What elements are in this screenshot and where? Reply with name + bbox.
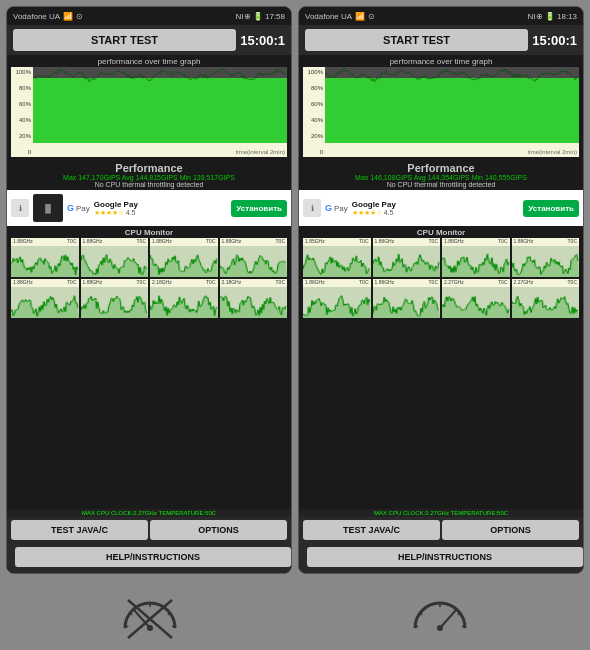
cpu-monitor-1: CPU Monitor 1.88GHz T0C 1.88GHz T0C: [7, 226, 291, 509]
header-2: START TEST 15:00:1: [299, 25, 583, 55]
options-button-1[interactable]: OPTIONS: [150, 520, 287, 540]
cpu-cell-1: 1.86GHz T0C: [373, 238, 441, 277]
carrier-text-1: Vodafone UA: [13, 12, 60, 21]
status-carrier-2: Vodafone UA 📶 ⊙: [305, 12, 375, 21]
cpu-cell-4: 1.88GHz T0C: [11, 279, 79, 318]
cpu-grid-1: 1.88GHz T0C 1.88GHz T0C 1.88GHz T0C: [11, 238, 287, 318]
cpu-cell-label-0: 1.85GHz T0C: [303, 238, 371, 244]
time-label-1: time(interval 2min): [236, 149, 285, 155]
cpu-cell-label-3: 1.88GHz T0C: [512, 238, 580, 244]
cpu-graph-2: [442, 246, 510, 277]
options-button-2[interactable]: OPTIONS: [442, 520, 579, 540]
help-button-2[interactable]: HELP/INSTRUCTIONS: [307, 547, 583, 567]
cpu-cell-label-3: 1.88GHz T0C: [220, 238, 288, 244]
start-test-button-1[interactable]: START TEST: [13, 29, 236, 51]
cpu-grid-2: 1.85GHz T0C 1.86GHz T0C 1.88GHz T0C: [303, 238, 579, 318]
crossed-speedometer-icon: [120, 590, 180, 640]
cpu-graph-1: [81, 246, 149, 277]
wifi-icon-2: ⊙: [368, 12, 375, 21]
perf-text-1: Performance Max 147,170GIPS Avg 144,815G…: [7, 160, 291, 190]
help-row-1: HELP/INSTRUCTIONS: [7, 543, 291, 573]
cpu-graph-4: [11, 287, 79, 318]
bottom-icons-row: [0, 580, 590, 650]
cpu-cell-label-1: 1.86GHz T0C: [373, 238, 441, 244]
status-bar-1: Vodafone UA 📶 ⊙ NI⊕ 🔋 17:58: [7, 7, 291, 25]
status-carrier-1: Vodafone UA 📶 ⊙: [13, 12, 83, 21]
install-button-1[interactable]: Установить: [231, 200, 287, 217]
test-java-button-1[interactable]: TEST JAVA/C: [11, 520, 148, 540]
cpu-cell-label-2: 1.88GHz T0C: [442, 238, 510, 244]
cpu-cell-label-2: 1.88GHz T0C: [150, 238, 218, 244]
perf-graph-label-1: performance over time graph: [11, 57, 287, 66]
perf-text-2: Performance Max 146,108GIPS Avg 144,354G…: [299, 160, 583, 190]
time-label-2: time(interval 2min): [528, 149, 577, 155]
cpu-cell-label-1: 1.88GHz T0C: [81, 238, 149, 244]
cpu-cell-2: 1.88GHz T0C: [442, 238, 510, 277]
cpu-cell-label-5: 1.86GHz T0C: [373, 279, 441, 285]
cpu-graph-0: [11, 246, 79, 277]
cpu-cell-0: 1.88GHz T0C: [11, 238, 79, 277]
perf-graph-1: 100% 80% 60% 40% 20% 0 time(interval 2mi…: [11, 67, 287, 157]
ad-gpay-logo-1: G Pay: [67, 203, 90, 213]
cpu-graph-0: [303, 246, 371, 277]
start-test-button-2[interactable]: START TEST: [305, 29, 528, 51]
cpu-info-bar-1: MAX CPU CLOCK:2.27GHz TEMPERATURE:50C: [7, 509, 291, 517]
ad-banner-1[interactable]: ℹ ▐▌ G Pay Google Pay ★★★★☆ 4.5 Установи…: [7, 190, 291, 226]
status-right-1: NI⊕ 🔋 17:58: [236, 12, 285, 21]
cpu-cell-label-4: 1.88GHz T0C: [11, 279, 79, 285]
wifi-icon-1: ⊙: [76, 12, 83, 21]
cpu-cell-label-7: 2.27GHz T0C: [512, 279, 580, 285]
cpu-cell-3: 1.88GHz T0C: [512, 238, 580, 277]
ad-info-icon-2: ℹ: [303, 199, 321, 217]
cpu-graph-2: [150, 246, 218, 277]
install-button-2[interactable]: Установить: [523, 200, 579, 217]
status-icons-2: NI⊕ 🔋 18:13: [528, 12, 577, 21]
cpu-monitor-2: CPU Monitor 1.85GHz T0C 1.86GHz T0C: [299, 226, 583, 509]
status-bar-2: Vodafone UA 📶 ⊙ NI⊕ 🔋 18:13: [299, 7, 583, 25]
wave-canvas-1: [33, 67, 287, 143]
cpu-graph-5: [81, 287, 149, 318]
cpu-info-bar-2: MAX CPU CLOCK:2.27GHz TEMPERATURE:50C: [299, 509, 583, 517]
test-java-button-2[interactable]: TEST JAVA/C: [303, 520, 440, 540]
cpu-cell-label-7: 2.18GHz T0C: [220, 279, 288, 285]
status-icons-1: NI⊕ 🔋 17:58: [236, 12, 285, 21]
perf-graph-label-2: performance over time graph: [303, 57, 579, 66]
cpu-cell-7: 2.27GHz T0C: [512, 279, 580, 318]
help-row-2: HELP/INSTRUCTIONS: [299, 543, 583, 573]
ad-text-2: Google Pay ★★★★☆ 4.5: [352, 200, 520, 217]
cpu-cell-7: 2.18GHz T0C: [220, 279, 288, 318]
cpu-info-text-1: MAX CPU CLOCK:2.27GHz TEMPERATURE:50C: [82, 510, 216, 516]
ad-info-icon-1: ℹ: [11, 199, 29, 217]
cpu-graph-7: [512, 287, 580, 318]
cpu-graph-5: [373, 287, 441, 318]
cpu-cell-6: 2.18GHz T0C: [150, 279, 218, 318]
cpu-cell-1: 1.88GHz T0C: [81, 238, 149, 277]
ad-stars-1: ★★★★☆ 4.5: [94, 209, 228, 217]
ad-stars-2: ★★★★☆ 4.5: [352, 209, 520, 217]
perf-stats-1: Max 147,170GIPS Avg 144,815GIPS Min 139,…: [11, 174, 287, 181]
cpu-graph-1: [373, 246, 441, 277]
y-labels-1: 100% 80% 60% 40% 20% 0: [11, 67, 33, 157]
status-right-2: NI⊕ 🔋 18:13: [528, 12, 577, 21]
perf-graph-section-1: performance over time graph 100% 80% 60%…: [7, 55, 291, 160]
help-button-1[interactable]: HELP/INSTRUCTIONS: [15, 547, 291, 567]
speedometer-icon: [410, 590, 470, 640]
perf-throttle-2: No CPU thermal throttling detected: [303, 181, 579, 188]
cpu-graph-3: [512, 246, 580, 277]
perf-graph-section-2: performance over time graph 100% 80% 60%…: [299, 55, 583, 160]
svg-point-6: [147, 625, 153, 631]
signal-icon-2: 📶: [355, 12, 365, 21]
cpu-cell-3: 1.88GHz T0C: [220, 238, 288, 277]
ad-thumbnail-1: ▐▌: [33, 194, 63, 222]
cpu-cell-4: 1.86GHz T0C: [303, 279, 371, 318]
cpu-cell-label-6: 2.18GHz T0C: [150, 279, 218, 285]
cpu-cell-5: 1.86GHz T0C: [373, 279, 441, 318]
graph-content-1: [33, 67, 287, 143]
cpu-cell-label-6: 2.27GHz T0C: [442, 279, 510, 285]
cpu-graph-7: [220, 287, 288, 318]
carrier-text-2: Vodafone UA: [305, 12, 352, 21]
svg-point-15: [437, 625, 443, 631]
graph-content-2: [325, 67, 579, 143]
ad-banner-2[interactable]: ℹ G Pay Google Pay ★★★★☆ 4.5 Установить: [299, 190, 583, 226]
ad-title-1: Google Pay: [94, 200, 228, 209]
